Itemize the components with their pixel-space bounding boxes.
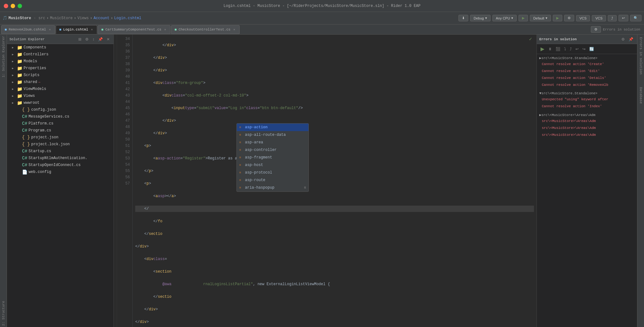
error-item-8[interactable]: src\<MusicStore>\Areas\Adm xyxy=(537,125,637,131)
ac-item-aria-haspopup[interactable]: ≡ aria-haspopup π xyxy=(237,184,308,191)
tab-settings-button[interactable]: ⚙ xyxy=(591,26,601,33)
error-item-6[interactable]: Cannot resolve action 'Index' xyxy=(537,103,637,110)
download-button[interactable]: ⬇ xyxy=(458,15,468,21)
ac-item-asp-route[interactable]: ≡ asp-route xyxy=(237,176,308,184)
tab-removealbum[interactable]: ◼ RemoveAlbum.cshtml ✕ xyxy=(1,25,55,34)
tree-web-config[interactable]: 📄 web.config xyxy=(7,169,114,175)
tab-login[interactable]: ◼ Login.cshtml ✕ xyxy=(56,25,97,34)
errors-side-label[interactable]: Errors in solution xyxy=(639,37,643,75)
undo-button[interactable]: ↩ xyxy=(619,15,628,21)
vcs2-button[interactable]: VCS xyxy=(592,15,606,21)
ac-item-asp-fragment[interactable]: ≡ asp-fragment xyxy=(237,154,308,161)
database-label[interactable]: Database xyxy=(639,87,643,104)
ac-item-asp-host[interactable]: ≡ asp-host xyxy=(237,161,308,169)
brand-name: MusicStore xyxy=(8,16,31,20)
search-button[interactable]: 🔍 xyxy=(630,15,641,21)
tree-properties[interactable]: ▶ 📁 Properties xyxy=(7,65,114,72)
ac-item-asp-controller[interactable]: ≡ asp-controller xyxy=(237,146,308,154)
bc-src[interactable]: src xyxy=(38,16,45,20)
debug-step4-btn[interactable]: ↪ xyxy=(581,46,587,52)
tree-scripts[interactable]: ▶ 📁 Scripts xyxy=(7,72,114,79)
tree-config-json[interactable]: { } config.json xyxy=(7,106,114,113)
solution-explorer-strip[interactable]: 1: Solution Explorer xyxy=(1,35,6,79)
error-section-header-1[interactable]: ▶ src\<MusicStore.Standalone> xyxy=(537,55,637,61)
tree-label: Program.cs xyxy=(29,128,51,133)
error-section-header-3[interactable]: ▶ src\<MusicStore>\Areas\Adm xyxy=(537,112,637,118)
error-item-7[interactable]: src\<MusicStore>\Areas\Adm xyxy=(537,118,637,125)
cpu-button[interactable]: Any CPU ▾ xyxy=(492,15,517,21)
debug-step2-btn[interactable]: ⤴ xyxy=(569,46,573,52)
structure-strip[interactable]: 2: Structure xyxy=(1,300,6,327)
error-item-3[interactable]: Cannot resolve action 'Details' xyxy=(537,75,637,81)
ac-text: asp-action xyxy=(245,125,268,130)
bc-musicstore[interactable]: MusicStore xyxy=(50,16,73,20)
tree-project-lock-json[interactable]: { } project.lock.json xyxy=(7,141,114,148)
tree-platform[interactable]: C# Platform.cs xyxy=(7,120,114,127)
error-section-header-2[interactable]: ▼ src\<MusicStore.Standalone> xyxy=(537,91,637,96)
tab-cartsummary-close[interactable]: ✕ xyxy=(163,27,167,32)
debug-button[interactable]: Debug ▾ xyxy=(470,15,490,21)
tree-program[interactable]: C# Program.cs xyxy=(7,127,114,134)
code-content[interactable]: </div> </div> </div> <div class="form-gr… xyxy=(133,35,536,327)
tree-shared[interactable]: ▶ 📁 shared — xyxy=(7,79,114,86)
errors-panel-label[interactable]: Errors in solution xyxy=(603,28,640,31)
ac-item-asp-all-route-data[interactable]: ≡ asp-all-route-data xyxy=(237,131,308,139)
ac-item-asp-action[interactable]: ≡ asp-action xyxy=(237,124,308,131)
profile-button[interactable]: ⚙ xyxy=(564,15,574,21)
debug-play-btn[interactable]: ▶ xyxy=(539,45,546,53)
tab-removealbum-close[interactable]: ✕ xyxy=(48,27,52,32)
ac-item-asp-protocol[interactable]: ≡ asp-protocol xyxy=(237,169,308,176)
maximize-button[interactable] xyxy=(18,4,22,8)
debug-refresh-btn[interactable]: 🔄 xyxy=(588,46,595,52)
tab-checkout-close[interactable]: ✕ xyxy=(232,27,236,32)
share-button[interactable]: ⤴ xyxy=(608,15,617,21)
tree-startup[interactable]: C# Startup.cs xyxy=(7,148,114,155)
ac-item-asp-area[interactable]: ≡ asp-area xyxy=(237,139,308,146)
tree-startup-openid[interactable]: C# StartupOpenIdConnect.cs xyxy=(7,162,114,169)
tree-controllers[interactable]: ▶ 📁 Controllers xyxy=(7,51,114,58)
tree-label: config.json xyxy=(31,108,56,112)
tree-components[interactable]: ▶ 📁 Components xyxy=(7,44,114,51)
pin-btn[interactable]: 📌 xyxy=(97,36,104,42)
error-item-1[interactable]: Cannot resolve action 'Create' xyxy=(537,61,637,68)
collapse-btn[interactable]: ⊞ xyxy=(77,36,83,42)
tree-messageservices[interactable]: C# MessageServices.cs xyxy=(7,113,114,120)
error-item-9[interactable]: src\<MusicStore>\Areas\Adm xyxy=(537,131,637,138)
debug-step3-btn[interactable]: ↩ xyxy=(574,46,580,52)
debug-stop-btn[interactable]: ⬛ xyxy=(554,46,562,52)
tree-views[interactable]: ▶ 📁 Views xyxy=(7,92,114,99)
nav-btn[interactable]: ↕ xyxy=(91,36,96,42)
errors-settings-btn[interactable]: ⚙ xyxy=(620,36,626,42)
tree-wwwroot[interactable]: ▶ 📁 wwwroot xyxy=(7,99,114,106)
error-item-2[interactable]: Cannot resolve action 'Edit' xyxy=(537,68,637,75)
autocomplete-dropdown[interactable]: ≡ asp-action ≡ asp-all-route-data ≡ asp-… xyxy=(236,123,309,192)
bc-account[interactable]: Account xyxy=(93,16,109,20)
error-item-4[interactable]: Cannot resolve action 'RemoveAlb xyxy=(537,81,637,88)
tree-label: MessageServices.cs xyxy=(29,114,69,119)
tree-label: Components xyxy=(24,45,46,50)
tab-removealbum-label: RemoveAlbum.cshtml xyxy=(9,28,46,31)
json-icon: { } xyxy=(22,142,30,147)
tree-viewmodels[interactable]: ▶ 📁 ViewModels xyxy=(7,86,114,92)
minimize-button[interactable] xyxy=(11,4,15,8)
play-button[interactable]: ▶ xyxy=(519,15,528,21)
tree-project-json[interactable]: { } project.json xyxy=(7,134,114,141)
errors-pin-btn[interactable]: 📌 xyxy=(627,36,635,42)
config-button[interactable]: Default ▾ xyxy=(530,15,551,21)
vcs-button[interactable]: VCS xyxy=(576,15,590,21)
debug-step1-btn[interactable]: ⤵ xyxy=(563,46,567,52)
settings-btn[interactable]: ⚙ xyxy=(84,36,90,42)
tab-checkout[interactable]: ◼ CheckoutControllerTest.cs ✕ xyxy=(171,25,240,34)
tree-startup-ntlm[interactable]: C# StartupNtlmAuthentication. xyxy=(7,155,114,162)
tree-models[interactable]: ▶ 📁 Models xyxy=(7,58,114,65)
debug-pause-btn[interactable]: ⏸ xyxy=(547,46,553,52)
close-panel-btn[interactable]: ✕ xyxy=(105,36,111,42)
tab-login-close[interactable]: ✕ xyxy=(90,27,94,32)
tab-cartsummary[interactable]: ◼ CartSummaryComponentTest.cs ✕ xyxy=(98,25,170,34)
bc-views[interactable]: Views xyxy=(77,16,89,20)
brand-icon: 🎵 xyxy=(3,16,7,20)
bc-file[interactable]: Login.cshtml xyxy=(114,16,141,20)
error-item-5[interactable]: Unexpected "using" keyword after xyxy=(537,96,637,103)
run-button[interactable]: ▶ xyxy=(553,15,562,21)
close-button[interactable] xyxy=(4,4,8,8)
